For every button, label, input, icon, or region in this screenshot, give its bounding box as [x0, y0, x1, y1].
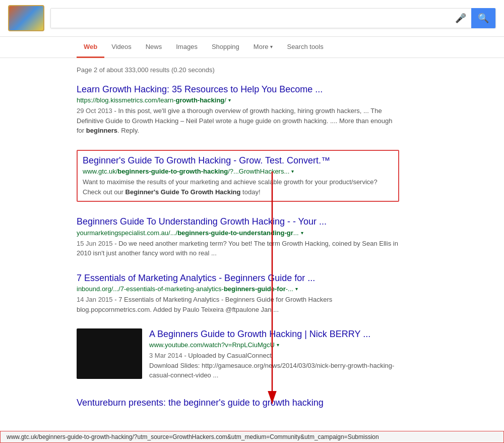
result-snippet-3: 15 Jun 2015 - Do we need another marketi…: [77, 239, 399, 258]
result-snippet-5: 3 Mar 2014 - Uploaded by CasualConnect D…: [149, 351, 399, 380]
result-url-row-4: inbound.org/.../7-essentials-of-marketin…: [77, 285, 399, 293]
nav-images[interactable]: Images: [169, 37, 205, 58]
nav-news[interactable]: News: [139, 37, 169, 58]
navigation: Web Videos News Images Shopping More ▾ S…: [0, 37, 504, 58]
result-url-row-2: www.gtc.uk/beginners-guide-to-growth-hac…: [83, 168, 393, 175]
result-url-3: yourmarketingspecialist.com.au/.../begin…: [77, 229, 299, 237]
results-stats: Page 2 of about 333,000 results (0.20 se…: [77, 66, 427, 74]
result-url-row-1: https://blog.kissmetrics.com/learn-growt…: [77, 96, 399, 104]
result-url-row-3: yourmarketingspecialist.com.au/.../begin…: [77, 229, 399, 237]
result-url-dropdown-4[interactable]: ▾: [295, 286, 298, 292]
chevron-down-icon: ▾: [270, 44, 273, 49]
result-url-4: inbound.org/.../7-essentials-of-marketin…: [77, 285, 293, 293]
result-snippet-4: 14 Jan 2015 - 7 Essentials of Marketing …: [77, 295, 399, 314]
result-snippet-1: 29 Oct 2013 - In this post, we'll give a…: [77, 106, 399, 136]
status-url: www.gtc.uk/beginners-guide-to-growth-hac…: [7, 433, 379, 440]
result-title-3[interactable]: Beginners Guide To Understanding Growth …: [77, 216, 399, 228]
result-2-highlighted: Beginner's Guide To Growth Hacking - Gro…: [77, 150, 399, 202]
result-thumbnail-5: [77, 328, 142, 379]
result-3: Beginners Guide To Understanding Growth …: [77, 216, 399, 258]
result-url-dropdown-5[interactable]: ▾: [277, 342, 279, 348]
header: beginners guide to growth hacking 🎤 🔍: [0, 0, 504, 37]
result-6-partial: Ventureburn presents: the beginner's gui…: [77, 395, 399, 409]
result-title-2[interactable]: Beginner's Guide To Growth Hacking - Gro…: [83, 155, 393, 167]
results-area: Page 2 of about 333,000 results (0.20 se…: [0, 58, 504, 443]
search-input[interactable]: beginners guide to growth hacking: [51, 9, 450, 28]
result-title-6[interactable]: Ventureburn presents: the beginner's gui…: [77, 397, 399, 409]
result-url-dropdown-2[interactable]: ▾: [291, 169, 294, 174]
logo: [8, 5, 44, 31]
result-1: Learn Growth Hacking: 35 Resources to He…: [77, 84, 399, 136]
result-5: A Beginners Guide to Growth Hacking | Ni…: [77, 328, 399, 380]
result-title-4[interactable]: 7 Essentials of Marketing Analytics - Be…: [77, 272, 399, 284]
status-bar: www.gtc.uk/beginners-guide-to-growth-hac…: [0, 431, 504, 443]
search-button[interactable]: 🔍: [471, 8, 495, 28]
result-title-1[interactable]: Learn Growth Hacking: 35 Resources to He…: [77, 84, 399, 95]
nav-videos[interactable]: Videos: [104, 37, 139, 58]
nav-more[interactable]: More ▾: [246, 37, 280, 58]
mic-button[interactable]: 🎤: [450, 9, 471, 28]
nav-search-tools[interactable]: Search tools: [280, 37, 330, 58]
search-icon: 🔍: [478, 13, 489, 24]
result-url-1: https://blog.kissmetrics.com/learn-growt…: [77, 96, 226, 104]
result-content-5: A Beginners Guide to Growth Hacking | Ni…: [149, 328, 399, 380]
result-url-2: www.gtc.uk/beginners-guide-to-growth-hac…: [83, 168, 289, 175]
result-url-row-5: www.youtube.com/watch?v=RnpLCiuMgcU ▾: [149, 341, 399, 349]
result-4: 7 Essentials of Marketing Analytics - Be…: [77, 272, 399, 314]
result-url-dropdown-3[interactable]: ▾: [301, 230, 303, 236]
mic-icon: 🎤: [455, 13, 466, 24]
nav-shopping[interactable]: Shopping: [205, 37, 246, 58]
result-url-dropdown-1[interactable]: ▾: [228, 97, 231, 103]
search-bar: beginners guide to growth hacking 🎤 🔍: [50, 8, 496, 28]
result-url-5: www.youtube.com/watch?v=RnpLCiuMgcU: [149, 341, 275, 349]
result-snippet-2: Want to maximise the results of your mar…: [83, 177, 393, 197]
result-title-5[interactable]: A Beginners Guide to Growth Hacking | Ni…: [149, 328, 399, 340]
nav-web[interactable]: Web: [77, 37, 104, 58]
